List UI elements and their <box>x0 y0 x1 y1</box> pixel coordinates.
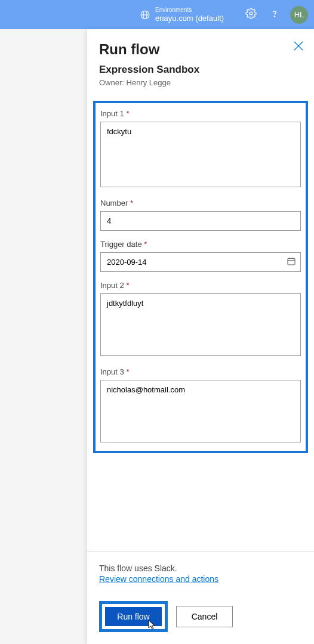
review-connections-link[interactable]: Review connections and actions <box>99 574 218 584</box>
flow-name: Expression Sandbox <box>99 64 302 76</box>
field-input2: Input 2 * <box>100 281 301 358</box>
cancel-button[interactable]: Cancel <box>176 606 233 627</box>
trigger-date-field[interactable] <box>100 252 301 272</box>
inputs-form: Input 1 * Number * Trigger date * <box>93 101 308 453</box>
close-button[interactable] <box>294 41 303 53</box>
panel-header: Run flow Expression Sandbox Owner: Henry… <box>87 29 314 92</box>
user-avatar[interactable]: HL <box>290 6 308 24</box>
panel-footer: This flow uses Slack. Review connections… <box>87 551 314 644</box>
trigger-date-label: Trigger date * <box>100 240 301 249</box>
settings-button[interactable] <box>241 5 260 24</box>
help-button[interactable] <box>265 5 284 24</box>
field-trigger-date: Trigger date * <box>100 240 301 272</box>
input3-field[interactable] <box>100 380 301 442</box>
globe-icon <box>140 10 150 20</box>
field-input1: Input 1 * <box>100 109 301 190</box>
run-flow-panel: Run flow Expression Sandbox Owner: Henry… <box>87 29 314 644</box>
uses-text: This flow uses Slack. <box>99 564 302 573</box>
environment-selector[interactable]: Environments enayu.com (default) <box>140 7 224 23</box>
panel-title: Run flow <box>99 41 302 58</box>
number-field[interactable] <box>100 211 301 231</box>
avatar-initials: HL <box>294 10 304 19</box>
run-flow-button[interactable]: Run flow <box>105 607 162 626</box>
input1-label: Input 1 * <box>100 109 301 118</box>
close-icon <box>294 42 303 52</box>
input2-label: Input 2 * <box>100 281 301 290</box>
environment-label: Environments <box>155 7 224 14</box>
svg-point-4 <box>274 16 275 16</box>
question-icon <box>269 8 280 21</box>
environment-name: enayu.com (default) <box>155 14 224 23</box>
top-header: Environments enayu.com (default) HL <box>0 0 314 29</box>
input3-label: Input 3 * <box>100 367 301 376</box>
number-label: Number * <box>100 199 301 208</box>
gear-icon <box>245 8 257 21</box>
highlight-box: Run flow <box>99 601 168 632</box>
svg-point-3 <box>250 12 253 15</box>
field-number: Number * <box>100 199 301 231</box>
input1-field[interactable] <box>100 122 301 187</box>
field-input3: Input 3 * <box>100 367 301 445</box>
flow-owner: Owner: Henry Legge <box>99 78 302 87</box>
input2-field[interactable] <box>100 293 301 356</box>
